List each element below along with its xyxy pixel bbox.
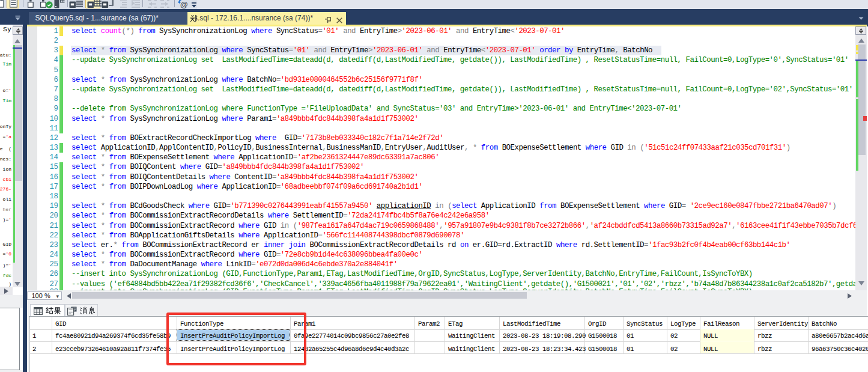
svg-text:@: @ bbox=[180, 0, 188, 8]
